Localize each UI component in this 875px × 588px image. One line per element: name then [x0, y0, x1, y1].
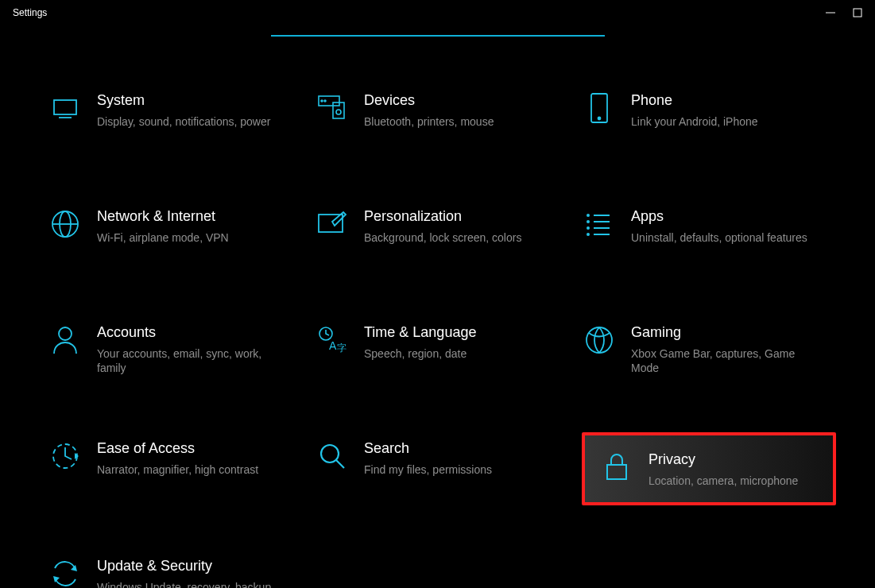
ease-of-access-icon: [48, 439, 83, 474]
personalization-icon: [315, 207, 350, 242]
tile-subtitle: Windows Update, recovery, backup: [97, 580, 280, 588]
tile-subtitle: Uninstall, defaults, optional features: [631, 230, 814, 246]
maximize-button[interactable]: [853, 8, 862, 17]
tile-title: Search: [364, 440, 572, 458]
devices-icon: [315, 91, 350, 126]
tile-personalization[interactable]: Personalization Background, lock screen,…: [315, 200, 582, 272]
svg-rect-7: [333, 103, 344, 118]
time-language-icon: A 字: [315, 323, 350, 358]
tile-subtitle: Find my files, permissions: [364, 462, 547, 478]
svg-point-6: [324, 100, 326, 102]
svg-point-10: [598, 118, 601, 120]
svg-rect-2: [54, 100, 76, 114]
tile-subtitle: Wi-Fi, airplane mode, VPN: [97, 230, 280, 246]
tile-phone[interactable]: Phone Link your Android, iPhone: [582, 84, 849, 156]
svg-rect-1: [854, 9, 861, 17]
tile-subtitle: Narrator, magnifier, high contrast: [97, 462, 280, 478]
tile-subtitle: Background, lock screen, colors: [364, 230, 547, 246]
minimize-button[interactable]: [826, 8, 835, 17]
tile-ease-of-access[interactable]: Ease of Access Narrator, magnifier, high…: [48, 432, 315, 505]
tile-title: Phone: [631, 92, 839, 110]
gaming-icon: [582, 323, 617, 358]
svg-text:A: A: [329, 339, 337, 352]
svg-point-8: [336, 110, 341, 114]
tile-title: System: [97, 92, 305, 110]
tile-title: Gaming: [631, 324, 839, 342]
phone-icon: [582, 91, 617, 126]
window-title: Settings: [13, 7, 47, 18]
tile-title: Personalization: [364, 208, 572, 226]
svg-line-31: [336, 460, 344, 468]
svg-point-27: [587, 327, 612, 353]
tile-title: Privacy: [649, 451, 823, 469]
apps-icon: [582, 207, 617, 242]
tile-subtitle: Location, camera, microphone: [649, 474, 823, 489]
svg-rect-14: [319, 215, 343, 232]
titlebar: Settings: [0, 0, 875, 25]
tile-title: Ease of Access: [97, 440, 305, 458]
tile-subtitle: Display, sound, notifications, power: [97, 114, 280, 130]
svg-rect-32: [607, 465, 626, 479]
update-security-icon: [48, 556, 83, 588]
tile-subtitle: Bluetooth, printers, mouse: [364, 114, 547, 130]
settings-grid: System Display, sound, notifications, po…: [0, 37, 875, 588]
window-controls: [826, 8, 875, 17]
tile-apps[interactable]: Apps Uninstall, defaults, optional featu…: [582, 200, 849, 272]
tile-gaming[interactable]: Gaming Xbox Game Bar, captures, Game Mod…: [582, 316, 849, 388]
privacy-icon: [599, 450, 634, 485]
tile-title: Update & Security: [97, 558, 305, 575]
tile-subtitle: Your accounts, email, sync, work, family: [97, 346, 280, 377]
svg-point-23: [59, 327, 72, 340]
network-icon: [48, 207, 83, 242]
accounts-icon: [48, 323, 83, 358]
svg-point-5: [321, 100, 323, 102]
tile-title: Accounts: [97, 324, 305, 342]
tile-accounts[interactable]: Accounts Your accounts, email, sync, wor…: [48, 316, 315, 388]
svg-text:字: 字: [337, 342, 347, 354]
svg-point-30: [321, 445, 339, 462]
tile-system[interactable]: System Display, sound, notifications, po…: [48, 84, 315, 156]
tile-update-security[interactable]: Update & Security Windows Update, recove…: [48, 550, 315, 588]
system-icon: [48, 91, 83, 126]
tile-title: Devices: [364, 92, 572, 110]
tile-subtitle: Speech, region, date: [364, 346, 547, 362]
tile-search[interactable]: Search Find my files, permissions: [315, 432, 582, 505]
tile-network[interactable]: Network & Internet Wi-Fi, airplane mode,…: [48, 200, 315, 272]
tile-subtitle: Xbox Game Bar, captures, Game Mode: [631, 346, 814, 377]
search-icon: [315, 439, 350, 474]
tile-subtitle: Link your Android, iPhone: [631, 114, 814, 130]
tile-privacy[interactable]: Privacy Location, camera, microphone: [582, 432, 836, 505]
tile-title: Network & Internet: [97, 208, 305, 226]
tile-title: Apps: [631, 208, 839, 226]
tile-devices[interactable]: Devices Bluetooth, printers, mouse: [315, 84, 582, 156]
tile-title: Time & Language: [364, 324, 572, 342]
tile-time-language[interactable]: A 字 Time & Language Speech, region, date: [315, 316, 582, 388]
